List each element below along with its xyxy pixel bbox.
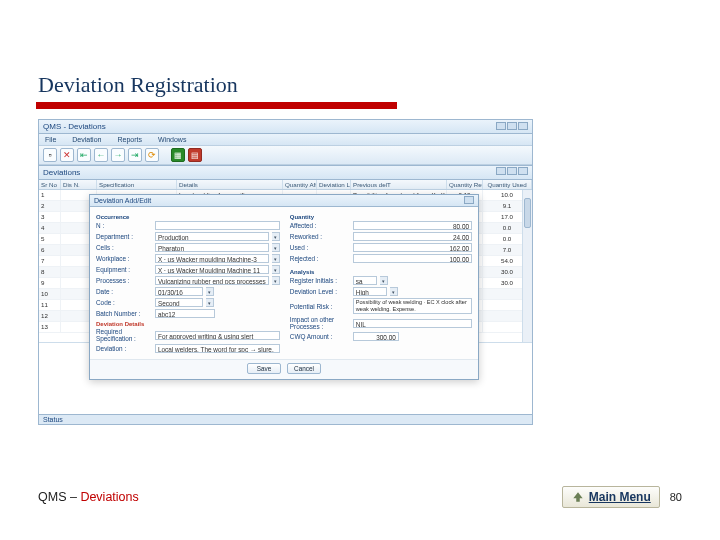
chart-icon[interactable]: ▤	[188, 148, 202, 162]
potrisk-field[interactable]: Possibility of weak welding · EC X clock…	[353, 298, 472, 314]
date-picker-icon[interactable]: ▾	[206, 287, 214, 296]
deviations-pane-title: Deviations	[39, 165, 532, 180]
main-menu-label: Main Menu	[589, 490, 651, 504]
col-prev[interactable]: Previous delT	[351, 180, 447, 189]
pane-close-button[interactable]	[518, 167, 528, 175]
col-qty-affected[interactable]: Quantity Affected	[283, 180, 317, 189]
impact-label: Impact on other Processes :	[290, 316, 350, 330]
menu-windows[interactable]: Windows	[158, 136, 186, 143]
code-label: Code :	[96, 299, 152, 306]
nav-last-icon[interactable]: ⇥	[128, 148, 142, 162]
dialog-close-button[interactable]	[464, 196, 474, 204]
vertical-scrollbar[interactable]	[522, 190, 532, 342]
analysis-heading: Analysis	[290, 269, 472, 275]
devlevel-label: Deviation Level :	[290, 288, 350, 295]
equipment-field[interactable]: X · us Wacker Moulding Machine 11	[155, 265, 269, 274]
cells-field[interactable]: Pharaton	[155, 243, 269, 252]
code-dropdown-icon[interactable]: ▾	[206, 298, 214, 307]
equipment-dropdown-icon[interactable]: ▾	[272, 265, 280, 274]
potrisk-label: Potential Risk :	[290, 303, 350, 310]
reginit-dropdown-icon[interactable]: ▾	[380, 276, 388, 285]
code-field[interactable]: Second	[155, 298, 203, 307]
menu-reports[interactable]: Reports	[117, 136, 142, 143]
batch-field[interactable]: abc12	[155, 309, 215, 318]
toolbar: ▫ ✕ ⇤ ← → ⇥ ⟳ ▦ ▤	[39, 146, 532, 165]
cwq-field[interactable]: 300.00	[353, 332, 399, 341]
excel-icon[interactable]: ▦	[171, 148, 185, 162]
pane-min-button[interactable]	[496, 167, 506, 175]
cells-label: Cells :	[96, 244, 152, 251]
cancel-button[interactable]: Cancel	[287, 363, 321, 374]
cwq-label: CWQ Amount :	[290, 333, 350, 340]
col-disn[interactable]: Dis N.	[61, 180, 97, 189]
devlevel-field[interactable]: High	[353, 287, 387, 296]
col-spec[interactable]: Specification	[97, 180, 177, 189]
app-window: QMS - Deviations File Deviation Reports …	[38, 119, 533, 425]
pane-max-button[interactable]	[507, 167, 517, 175]
equipment-label: Equipment :	[96, 266, 152, 273]
department-dropdown-icon[interactable]: ▾	[272, 232, 280, 241]
processes-dropdown-icon[interactable]: ▾	[272, 276, 280, 285]
app-titlebar: QMS - Deviations	[39, 120, 532, 134]
department-field[interactable]: Production	[155, 232, 269, 241]
reginit-label: Register Initials :	[290, 277, 350, 284]
page-number: 80	[670, 491, 682, 503]
delete-icon[interactable]: ✕	[60, 148, 74, 162]
page-title: Deviation Registration	[38, 72, 682, 98]
reqspec-label: Required Specification :	[96, 328, 152, 342]
devlevel-dropdown-icon[interactable]: ▾	[390, 287, 398, 296]
col-dev-level[interactable]: Deviation Level	[317, 180, 351, 189]
reqspec-field[interactable]: For approved writing & using slert	[155, 331, 280, 340]
deviation-details-heading: Deviation Details	[96, 321, 280, 327]
date-field[interactable]: 01/30/16	[155, 287, 203, 296]
nav-next-icon[interactable]: →	[111, 148, 125, 162]
impact-field[interactable]: NIL	[353, 319, 472, 328]
cells-dropdown-icon[interactable]: ▾	[272, 243, 280, 252]
workplace-dropdown-icon[interactable]: ▾	[272, 254, 280, 263]
footer-text-b: Deviations	[80, 490, 138, 504]
max-button[interactable]	[507, 122, 517, 130]
date-label: Date :	[96, 288, 152, 295]
quantity-heading: Quantity	[290, 214, 472, 220]
min-button[interactable]	[496, 122, 506, 130]
reworked-field[interactable]: 24.00	[353, 232, 472, 241]
col-details[interactable]: Details	[177, 180, 283, 189]
affected-field[interactable]: 80.00	[353, 221, 472, 230]
rejected-field[interactable]: 100.00	[353, 254, 472, 263]
accent-divider	[36, 102, 397, 109]
reginit-field[interactable]: sa	[353, 276, 377, 285]
workplace-field[interactable]: X · us Wacker moulding Machine-3	[155, 254, 269, 263]
up-arrow-icon	[571, 490, 585, 504]
reworked-label: Reworked :	[290, 233, 350, 240]
app-title-text: QMS - Deviations	[43, 122, 106, 131]
used-field[interactable]: 162.00	[353, 243, 472, 252]
grid-body: 1Local welding for specific spcPossibili…	[39, 190, 532, 342]
main-menu-button[interactable]: Main Menu	[562, 486, 660, 508]
n-field[interactable]	[155, 221, 280, 230]
col-qty-reworked[interactable]: Quantity Reworked	[447, 180, 483, 189]
footer-breadcrumb: QMS – Deviations	[38, 490, 139, 504]
deviation-label: Deviation :	[96, 345, 152, 352]
footer-text-a: QMS –	[38, 490, 80, 504]
nav-first-icon[interactable]: ⇤	[77, 148, 91, 162]
save-button[interactable]: Save	[247, 363, 281, 374]
refresh-icon[interactable]: ⟳	[145, 148, 159, 162]
col-qty-used[interactable]: Quantity Used	[483, 180, 532, 189]
menu-deviation[interactable]: Deviation	[72, 136, 101, 143]
menubar: File Deviation Reports Windows	[39, 134, 532, 146]
grid-header: Sr No Dis N. Specification Details Quant…	[39, 180, 532, 190]
rejected-label: Rejected :	[290, 255, 350, 262]
new-doc-icon[interactable]: ▫	[43, 148, 57, 162]
deviation-field[interactable]: Local welders. The word for spc → slure.	[155, 344, 280, 353]
used-label: Used :	[290, 244, 350, 251]
deviation-edit-dialog: Deviation Add/Edit Occurrence N : Depart…	[89, 194, 479, 380]
deviations-pane-label: Deviations	[43, 168, 80, 177]
close-button[interactable]	[518, 122, 528, 130]
workplace-label: Workplace :	[96, 255, 152, 262]
processes-field[interactable]: Vulcanizing rubber end pcs processes	[155, 276, 269, 285]
col-srno[interactable]: Sr No	[39, 180, 61, 189]
affected-label: Affected :	[290, 222, 350, 229]
menu-file[interactable]: File	[45, 136, 56, 143]
dialog-titlebar: Deviation Add/Edit	[90, 195, 478, 207]
nav-prev-icon[interactable]: ←	[94, 148, 108, 162]
